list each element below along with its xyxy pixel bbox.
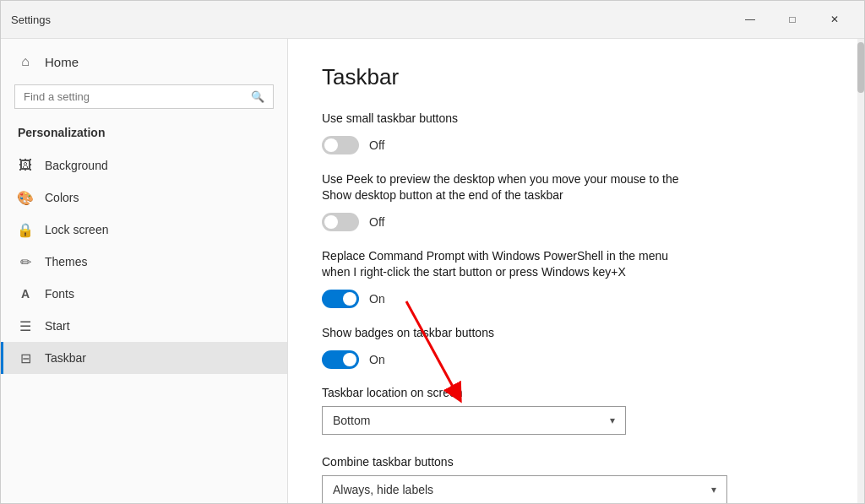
combine-buttons-label: Combine taskbar buttons	[322, 455, 824, 469]
scrollbar[interactable]	[857, 39, 864, 503]
sidebar-item-start[interactable]: ☰ Start	[1, 310, 287, 342]
sidebar-item-themes[interactable]: ✏ Themes	[1, 246, 287, 278]
powershell-state: On	[369, 292, 385, 306]
toggle-knob	[324, 138, 338, 152]
powershell-label: Replace Command Prompt with Windows Powe…	[322, 248, 824, 281]
title-bar: Settings — □ ✕	[1, 1, 864, 39]
small-taskbar-toggle[interactable]	[322, 136, 359, 154]
sidebar-item-label-background: Background	[45, 159, 108, 172]
sidebar-item-label-taskbar: Taskbar	[45, 351, 86, 365]
page-title: Taskbar	[322, 64, 824, 90]
content-area: ⌂ Home 🔍 Personalization 🖼 Background 🎨 …	[1, 39, 864, 503]
search-input[interactable]	[24, 90, 251, 103]
lock-screen-icon: 🔒	[18, 222, 33, 237]
taskbar-location-label: Taskbar location on screen	[322, 386, 824, 399]
settings-window: Settings — □ ✕ ⌂ Home 🔍 Personalization	[0, 0, 865, 504]
peek-toggle-row: Off	[322, 213, 824, 231]
combine-buttons-dropdown[interactable]: Always, hide labels ▾	[322, 475, 727, 503]
start-icon: ☰	[18, 318, 33, 333]
chevron-down-icon: ▾	[610, 415, 615, 426]
peek-label: Use Peek to preview the desktop when you…	[322, 171, 824, 204]
sidebar-item-label-colors: Colors	[45, 191, 79, 204]
sidebar: ⌂ Home 🔍 Personalization 🖼 Background 🎨 …	[1, 39, 288, 503]
powershell-toggle-row: On	[322, 290, 824, 308]
taskbar-location-container: Taskbar location on screen Bottom ▾	[322, 386, 824, 435]
small-taskbar-toggle-row: Off	[322, 136, 824, 154]
sidebar-item-fonts[interactable]: A Fonts	[1, 278, 287, 310]
colors-icon: 🎨	[18, 190, 33, 205]
close-button[interactable]: ✕	[815, 8, 854, 31]
sidebar-item-label-start: Start	[45, 319, 70, 333]
sidebar-item-colors[interactable]: 🎨 Colors	[1, 182, 287, 214]
sidebar-item-label-lock-screen: Lock screen	[45, 223, 108, 236]
badges-toggle-row: On	[322, 350, 824, 369]
toggle-knob	[343, 292, 356, 306]
window-controls: — □ ✕	[731, 8, 854, 31]
badges-toggle[interactable]	[322, 350, 359, 369]
setting-badges: Show badges on taskbar buttons On	[322, 325, 824, 369]
scrollbar-thumb[interactable]	[857, 42, 864, 93]
sidebar-home-label: Home	[45, 55, 79, 69]
chevron-down-icon: ▾	[711, 484, 716, 496]
peek-state: Off	[369, 215, 384, 229]
sidebar-item-label-themes: Themes	[45, 255, 88, 268]
setting-powershell: Replace Command Prompt with Windows Powe…	[322, 248, 824, 308]
sidebar-item-home[interactable]: ⌂ Home	[1, 46, 287, 78]
combine-buttons-container: Combine taskbar buttons Always, hide lab…	[322, 455, 824, 503]
small-taskbar-label: Use small taskbar buttons	[322, 111, 824, 127]
peek-toggle[interactable]	[322, 213, 359, 231]
sidebar-item-background[interactable]: 🖼 Background	[1, 149, 287, 182]
badges-label: Show badges on taskbar buttons	[322, 325, 824, 342]
fonts-icon: A	[18, 286, 33, 301]
powershell-toggle[interactable]	[322, 290, 359, 308]
background-icon: 🖼	[18, 158, 33, 173]
taskbar-location-dropdown[interactable]: Bottom ▾	[322, 406, 626, 435]
setting-peek: Use Peek to preview the desktop when you…	[322, 171, 824, 231]
small-taskbar-state: Off	[369, 138, 384, 152]
maximize-button[interactable]: □	[773, 8, 812, 31]
sidebar-item-lock-screen[interactable]: 🔒 Lock screen	[1, 214, 287, 246]
home-icon: ⌂	[18, 54, 33, 69]
main-content: Taskbar Use small taskbar buttons Off Us…	[288, 39, 857, 503]
setting-small-taskbar: Use small taskbar buttons Off	[322, 111, 824, 154]
sidebar-search-box[interactable]: 🔍	[14, 84, 274, 109]
badges-state: On	[369, 353, 385, 366]
taskbar-location-value: Bottom	[333, 414, 370, 427]
combine-buttons-value: Always, hide labels	[333, 483, 433, 496]
sidebar-item-taskbar[interactable]: ⊟ Taskbar	[1, 342, 287, 374]
sidebar-item-label-fonts: Fonts	[45, 287, 74, 301]
search-icon: 🔍	[251, 90, 264, 103]
toggle-knob	[343, 353, 356, 366]
taskbar-icon: ⊟	[18, 350, 33, 366]
sidebar-section-title: Personalization	[1, 119, 287, 149]
window-title: Settings	[11, 14, 51, 26]
themes-icon: ✏	[18, 254, 33, 269]
toggle-knob	[324, 215, 338, 229]
minimize-button[interactable]: —	[731, 8, 770, 31]
